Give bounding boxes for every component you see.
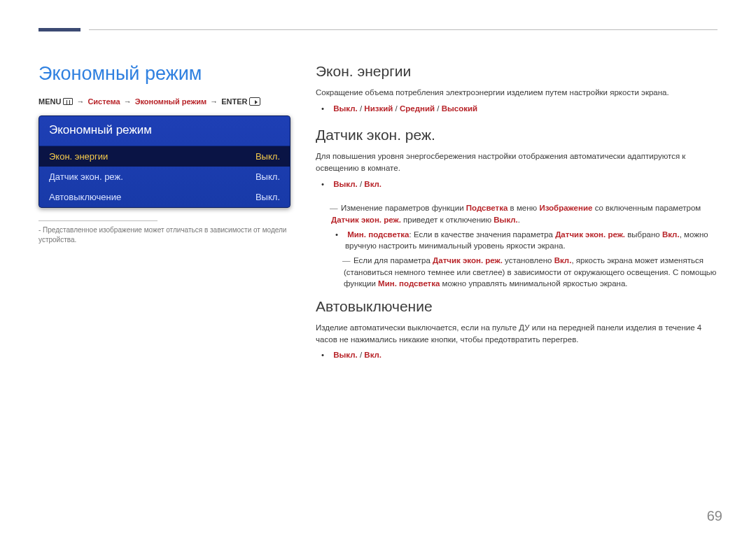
section-energy-options: Выкл. / Низкий / Средний / Высокий <box>331 103 718 115</box>
menu-row-sensor[interactable]: Датчик экон. реж. Выкл. <box>39 167 290 187</box>
section-sensor-note-2: ―Если для параметра Датчик экон. реж. ус… <box>344 255 718 290</box>
menu-card: Экономный режим Экон. энергии Выкл. Датч… <box>38 115 290 208</box>
menu-row-label: Автовыключение <box>49 192 121 202</box>
section-autooff-desc: Изделие автоматически выключается, если … <box>316 322 718 345</box>
menu-row-autooff[interactable]: Автовыключение Выкл. <box>39 187 290 207</box>
footnote: Представленное изображение может отличат… <box>38 225 290 244</box>
enter-icon <box>249 97 260 106</box>
breadcrumb-step-1: Система <box>88 97 120 106</box>
section-sensor-note-1: ―Изменение параметров функции Подсветка … <box>331 202 718 225</box>
section-autooff-options: Выкл. / Вкл. <box>331 349 718 361</box>
section-sensor-desc: Для повышения уровня энергосбережения на… <box>316 150 718 174</box>
breadcrumb-enter: ENTER <box>221 97 247 106</box>
header-rule <box>38 28 718 42</box>
arrow-icon: → <box>122 97 133 106</box>
breadcrumb-menu: MENU <box>38 97 61 106</box>
breadcrumb: MENU → Система → Экономный режим → ENTER <box>38 97 290 106</box>
arrow-icon: → <box>209 97 219 106</box>
menu-row-value: Выкл. <box>255 151 280 162</box>
menu-row-label: Экон. энергии <box>49 151 108 162</box>
section-sensor-sub-1: Мин. подсветка: Если в качестве значения… <box>345 229 718 252</box>
menu-row-value: Выкл. <box>255 192 280 202</box>
arrow-icon: → <box>75 97 85 106</box>
section-energy-desc: Сокращение объема потребления электроэне… <box>316 87 718 99</box>
page-title: Экономный режим <box>38 63 290 85</box>
menu-icon <box>63 98 73 105</box>
section-energy-title: Экон. энергии <box>316 63 718 80</box>
menu-row-value: Выкл. <box>255 171 280 182</box>
menu-row-energy[interactable]: Экон. энергии Выкл. <box>39 146 290 167</box>
page-number: 69 <box>707 508 722 524</box>
section-sensor-options: Выкл. / Вкл. <box>331 178 718 190</box>
menu-row-label: Датчик экон. реж. <box>49 171 123 182</box>
section-autooff-title: Автовыключение <box>316 298 718 315</box>
footnote-rule <box>38 220 158 221</box>
section-sensor-title: Датчик экон. реж. <box>316 127 718 143</box>
menu-card-header: Экономный режим <box>39 116 290 146</box>
breadcrumb-step-2: Экономный режим <box>135 97 207 106</box>
